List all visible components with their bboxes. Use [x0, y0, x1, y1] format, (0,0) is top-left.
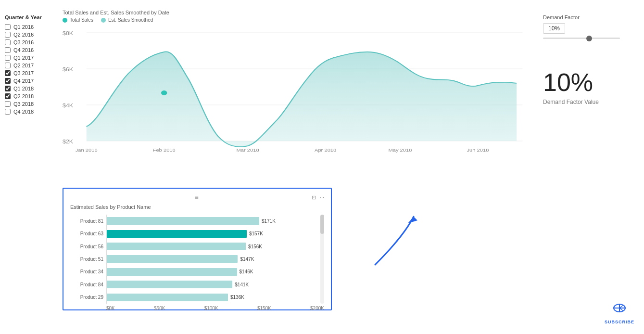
- svg-text:Jun 2018: Jun 2018: [467, 148, 489, 153]
- sidebar-checkbox[interactable]: [5, 47, 11, 53]
- sidebar-item-label: Q2 2018: [13, 93, 34, 99]
- sidebar-checkbox[interactable]: [5, 39, 11, 45]
- bar-value-label: $136K: [230, 295, 244, 300]
- sidebar-checkbox[interactable]: [5, 86, 11, 91]
- sidebar-item[interactable]: Q1 2016: [5, 24, 58, 30]
- sidebar-item-label: Q4 2017: [13, 78, 34, 84]
- sidebar-checkbox[interactable]: [5, 70, 11, 76]
- bar-value-label: $141K: [235, 282, 249, 287]
- bar-value-label: $147K: [240, 257, 254, 262]
- svg-text:Feb 2018: Feb 2018: [153, 148, 176, 153]
- svg-point-8: [161, 90, 167, 95]
- bar: [107, 268, 237, 276]
- sidebar-item[interactable]: Q1 2018: [5, 86, 58, 91]
- slider-thumb[interactable]: [586, 36, 592, 41]
- bar-row: $141K: [107, 278, 324, 291]
- sidebar-item-label: Q1 2018: [13, 86, 34, 91]
- svg-text:$8K: $8K: [63, 31, 74, 36]
- arrow-svg: [366, 207, 423, 270]
- sidebar-checkbox[interactable]: [5, 55, 11, 61]
- sidebar-item[interactable]: Q3 2017: [5, 70, 58, 76]
- drag-icon: ≡: [194, 193, 200, 201]
- big-percent-value: 10%: [543, 68, 593, 97]
- bar-scrollbar[interactable]: [320, 215, 324, 304]
- demand-factor-value-label: Demand Factor Value: [543, 99, 599, 105]
- sidebar: Quarter & Year Q1 2016Q2 2016Q3 2016Q4 2…: [5, 10, 58, 329]
- line-chart-container: Total Sales and Est. Sales Smoothed by D…: [63, 10, 529, 183]
- sidebar-item-label: Q3 2018: [13, 101, 34, 107]
- sidebar-item-label: Q2 2017: [13, 63, 34, 68]
- x-axis-label: $200K: [310, 306, 324, 311]
- bar-value-label: $171K: [262, 218, 276, 224]
- x-axis: $0K$50K$100K$150K$200K: [70, 306, 324, 311]
- slider-container: [543, 38, 620, 39]
- sidebar-checkbox[interactable]: [5, 78, 11, 84]
- svg-text:Jan 2018: Jan 2018: [76, 148, 98, 153]
- bar-label: Product 63: [70, 231, 103, 236]
- sidebar-item[interactable]: Q3 2016: [5, 39, 58, 45]
- right-panel: Demand Factor 10% 10% Demand Factor Valu…: [533, 10, 639, 329]
- sidebar-item[interactable]: Q2 2016: [5, 32, 58, 38]
- sidebar-item[interactable]: Q1 2017: [5, 55, 58, 61]
- sidebar-item-label: Q1 2017: [13, 55, 34, 61]
- bar-labels: Product 81Product 63Product 56Product 51…: [70, 215, 106, 304]
- panel-icons: ⊡ ···: [312, 194, 324, 201]
- bar-chart-panel: ≡ ⊡ ··· Estimated Sales by Product Name …: [63, 188, 332, 310]
- bar-value-label: $146K: [240, 269, 253, 274]
- legend-dot-est-sales: [101, 18, 106, 23]
- svg-text:Mar 2018: Mar 2018: [237, 148, 260, 153]
- legend-total-sales: Total Sales: [63, 17, 93, 23]
- bar-label: Product 51: [70, 257, 103, 262]
- sidebar-checkbox[interactable]: [5, 109, 11, 115]
- bar-scrollbar-thumb: [320, 215, 324, 234]
- x-axis-label: $0K: [106, 306, 115, 311]
- legend-dot-total-sales: [63, 18, 67, 23]
- sidebar-checkbox[interactable]: [5, 24, 11, 30]
- subscribe-icon: [613, 301, 626, 318]
- line-chart-svg-wrapper: $8K $6K $4K $2K: [63, 26, 529, 170]
- legend-est-sales: Est. Sales Smoothed: [101, 17, 153, 23]
- subscribe-badge[interactable]: SUBSCRIBE: [605, 301, 634, 324]
- bar-chart-area: Product 81Product 63Product 56Product 51…: [70, 215, 324, 304]
- bar-chart-title: Estimated Sales by Product Name: [70, 204, 324, 210]
- chart-legend: Total Sales Est. Sales Smoothed: [63, 17, 529, 23]
- sidebar-item[interactable]: Q4 2018: [5, 109, 58, 115]
- line-chart-svg: $8K $6K $4K $2K: [63, 26, 529, 170]
- sidebar-checkbox[interactable]: [5, 63, 11, 68]
- more-icon[interactable]: ···: [320, 194, 324, 201]
- bar-label: Product 34: [70, 269, 103, 274]
- center-area: Total Sales and Est. Sales Smoothed by D…: [58, 10, 533, 329]
- sidebar-item[interactable]: Q4 2016: [5, 47, 58, 53]
- sidebar-checkbox[interactable]: [5, 32, 11, 38]
- legend-label-est-sales: Est. Sales Smoothed: [108, 17, 153, 23]
- sidebar-item[interactable]: Q2 2017: [5, 63, 58, 68]
- sidebar-checkbox[interactable]: [5, 93, 11, 99]
- x-axis-label: $150K: [257, 306, 271, 311]
- svg-text:May 2018: May 2018: [388, 148, 412, 153]
- bar-row: $136K: [107, 291, 324, 304]
- bar-row: $171K: [107, 215, 324, 227]
- bar-row: $147K: [107, 253, 324, 265]
- bar-label: Product 81: [70, 218, 103, 224]
- sidebar-item[interactable]: Q4 2017: [5, 78, 58, 84]
- sidebar-item[interactable]: Q2 2018: [5, 93, 58, 99]
- bar: [107, 255, 238, 263]
- panel-controls: ≡ ⊡ ···: [70, 193, 324, 201]
- bar-row: $156K: [107, 240, 324, 253]
- sidebar-item-label: Q1 2016: [13, 24, 34, 30]
- sidebar-checkbox[interactable]: [5, 101, 11, 107]
- bar-label: Product 56: [70, 244, 103, 249]
- bars-container: $171K$157K$156K$147K$146K$141K$136K: [106, 215, 324, 304]
- slider-track[interactable]: [543, 38, 620, 39]
- demand-factor-label: Demand Factor: [543, 14, 580, 20]
- bar-row: $157K: [107, 227, 324, 240]
- svg-text:$2K: $2K: [63, 139, 74, 144]
- svg-text:$6K: $6K: [63, 67, 74, 72]
- legend-label-total-sales: Total Sales: [70, 17, 93, 23]
- sidebar-item[interactable]: Q3 2018: [5, 101, 58, 107]
- bar: [107, 243, 246, 250]
- bar-label: Product 84: [70, 282, 103, 287]
- expand-icon[interactable]: ⊡: [312, 194, 316, 201]
- svg-text:$4K: $4K: [63, 103, 74, 108]
- sidebar-title: Quarter & Year: [5, 14, 58, 20]
